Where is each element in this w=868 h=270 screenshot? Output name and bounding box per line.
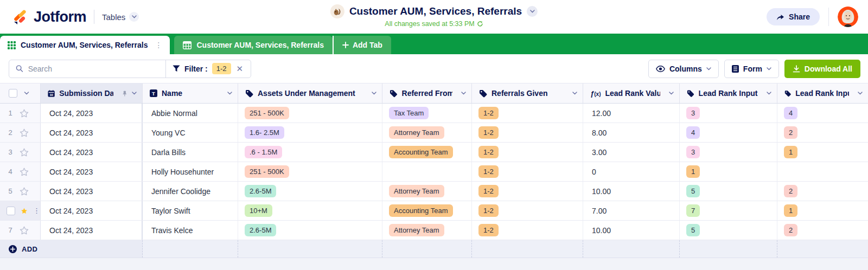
column-header-assets-under-management[interactable]: Assets Under Management — [238, 83, 382, 103]
table-row[interactable]: 5 ⋮ Oct 24, 2023 Jennifer Coolidge 2.6-5… — [0, 182, 868, 201]
cell-referrals-given[interactable]: 1-2 — [472, 104, 583, 123]
cell-lead-rank-input-2[interactable]: 4 — [777, 104, 868, 123]
cell-referred-from[interactable] — [382, 162, 472, 181]
cell-lead-rank-input-1[interactable]: 1 — [680, 162, 777, 181]
cell-name[interactable]: Abbie Normal — [143, 104, 238, 123]
table-row[interactable]: 4 ⋮ Oct 24, 2023 Holly Househunter 251 -… — [0, 162, 868, 182]
column-header-lead-rank-input-1[interactable]: Lead Rank Input 1 — [680, 83, 777, 103]
cell-lead-rank-value[interactable]: 0 — [583, 162, 680, 181]
search-input[interactable] — [28, 65, 159, 73]
cell-lead-rank-input-1[interactable]: 3 — [680, 143, 777, 162]
add-row-button[interactable]: ADD — [0, 240, 143, 258]
chevron-down-icon[interactable] — [767, 92, 771, 95]
row-handle[interactable]: 2 ⋮ — [0, 123, 41, 142]
avatar[interactable] — [838, 7, 858, 27]
cell-lead-rank-input-2[interactable]: 2 — [777, 221, 868, 240]
cell-lead-rank-value[interactable]: 10.00 — [583, 182, 680, 201]
cell-lead-rank-input-2[interactable]: 1 — [777, 143, 868, 162]
chevron-down-icon[interactable] — [572, 92, 577, 95]
table-row[interactable]: 7 ⋮ Oct 24, 2023 Travis Kelce 2.6-5M Att… — [0, 221, 868, 240]
column-header-referrals-given[interactable]: Referrals Given — [472, 83, 583, 103]
cell-lead-rank-value[interactable]: 10.00 — [583, 221, 680, 240]
cell-lead-rank-input-1[interactable]: 5 — [680, 182, 777, 201]
chevron-down-icon[interactable] — [858, 92, 863, 95]
cell-submission-date[interactable]: Oct 24, 2023 — [41, 221, 143, 240]
add-tab-button[interactable]: Add Tab — [333, 36, 391, 54]
cell-lead-rank-input-1[interactable]: 5 — [680, 221, 777, 240]
refresh-icon[interactable] — [477, 21, 483, 27]
cell-submission-date[interactable]: Oct 24, 2023 — [41, 162, 143, 181]
cell-aum[interactable]: 251 - 500K — [238, 162, 382, 181]
cell-aum[interactable]: 251 - 500K — [238, 104, 382, 123]
cell-referrals-given[interactable]: 1-2 — [472, 123, 583, 142]
cell-referrals-given[interactable]: 1-2 — [472, 143, 583, 162]
row-handle[interactable]: 3 ⋮ — [0, 143, 41, 162]
column-header-referred-from[interactable]: Referred From — [382, 83, 472, 103]
chevron-down-icon[interactable] — [132, 92, 137, 95]
cell-referrals-given[interactable]: 1-2 — [472, 182, 583, 201]
cell-referred-from[interactable]: Accounting Team — [382, 143, 472, 162]
table-row[interactable]: 6 ⋮ Oct 24, 2023 Taylor Swift 10+M Accou… — [0, 201, 868, 221]
chevron-down-icon[interactable] — [24, 92, 29, 95]
column-header-lead-rank-value[interactable]: ƒ(x) Lead Rank Value — [583, 83, 680, 103]
cell-submission-date[interactable]: Oct 24, 2023 — [41, 104, 143, 123]
row-handle[interactable]: 4 ⋮ — [0, 162, 41, 181]
select-all-checkbox[interactable] — [9, 89, 17, 98]
star-icon[interactable] — [20, 109, 29, 118]
cell-name[interactable]: Young VC — [143, 123, 238, 142]
row-kebab-icon[interactable]: ⋮ — [33, 207, 40, 215]
chevron-down-icon[interactable] — [372, 92, 376, 95]
column-header-name[interactable]: T Name — [143, 83, 238, 103]
cell-lead-rank-input-1[interactable]: 3 — [680, 104, 777, 123]
row-checkbox[interactable] — [7, 207, 15, 215]
cell-lead-rank-input-2[interactable] — [777, 162, 868, 181]
row-handle[interactable]: 6 ⋮ — [0, 201, 41, 220]
cell-lead-rank-value[interactable]: 7.00 — [583, 201, 680, 220]
row-handle[interactable]: 7 ⋮ — [0, 221, 41, 240]
cell-aum[interactable]: .6 - 1.5M — [238, 143, 382, 162]
tab-active[interactable]: Customer AUM, Services, Referrals ⋮ — [0, 36, 170, 54]
form-button[interactable]: Form — [724, 60, 779, 78]
cell-submission-date[interactable]: Oct 24, 2023 — [41, 123, 143, 142]
tab-kebab-icon[interactable]: ⋮ — [152, 41, 164, 49]
star-icon[interactable] — [20, 148, 29, 157]
column-header-lead-rank-input-2[interactable]: Lead Rank Input 2 — [777, 83, 868, 103]
chevron-down-icon[interactable] — [227, 92, 232, 95]
cell-name[interactable]: Darla Bills — [143, 143, 238, 162]
tables-menu-button[interactable]: Tables — [102, 12, 139, 22]
cell-lead-rank-input-2[interactable]: 2 — [777, 182, 868, 201]
title-chevron-down-icon[interactable] — [527, 6, 538, 17]
cell-referred-from[interactable]: Accounting Team — [382, 201, 472, 220]
star-icon[interactable] — [20, 226, 29, 235]
cell-submission-date[interactable]: Oct 24, 2023 — [41, 182, 143, 201]
cell-referrals-given[interactable]: 1-2 — [472, 162, 583, 181]
jotform-logo[interactable]: Jotform — [12, 9, 86, 25]
tab-second[interactable]: Customer AUM, Services, Referrals — [174, 36, 332, 54]
chevron-down-icon[interactable] — [461, 92, 466, 95]
cell-referred-from[interactable]: Tax Team — [382, 104, 472, 123]
star-icon[interactable] — [20, 128, 29, 137]
chevron-down-icon[interactable] — [669, 92, 674, 95]
cell-referred-from[interactable]: Attorney Team — [382, 221, 472, 240]
cell-submission-date[interactable]: Oct 24, 2023 — [41, 201, 143, 220]
cell-submission-date[interactable]: Oct 24, 2023 — [41, 143, 143, 162]
filter-clear-icon[interactable]: ✕ — [235, 64, 245, 74]
table-row[interactable]: 3 ⋮ Oct 24, 2023 Darla Bills .6 - 1.5M A… — [0, 143, 868, 162]
cell-name[interactable]: Holly Househunter — [143, 162, 238, 181]
table-row[interactable]: 1 ⋮ Oct 24, 2023 Abbie Normal 251 - 500K… — [0, 104, 868, 123]
cell-name[interactable]: Taylor Swift — [143, 201, 238, 220]
share-button[interactable]: Share — [767, 8, 820, 25]
cell-lead-rank-value[interactable]: 3.00 — [583, 143, 680, 162]
cell-referrals-given[interactable]: 1-2 — [472, 201, 583, 220]
star-icon[interactable] — [20, 187, 29, 196]
cell-aum[interactable]: 2.6-5M — [238, 221, 382, 240]
star-icon[interactable] — [20, 168, 29, 176]
cell-lead-rank-input-2[interactable]: 1 — [777, 201, 868, 220]
column-header-submission-date[interactable]: 10 Submission Date — [41, 83, 143, 103]
cell-lead-rank-input-1[interactable]: 4 — [680, 123, 777, 142]
cell-lead-rank-value[interactable]: 12.00 — [583, 104, 680, 123]
download-all-button[interactable]: Download All — [784, 60, 860, 78]
cell-name[interactable]: Jennifer Coolidge — [143, 182, 238, 201]
columns-button[interactable]: Columns — [648, 60, 719, 78]
cell-aum[interactable]: 1.6- 2.5M — [238, 123, 382, 142]
